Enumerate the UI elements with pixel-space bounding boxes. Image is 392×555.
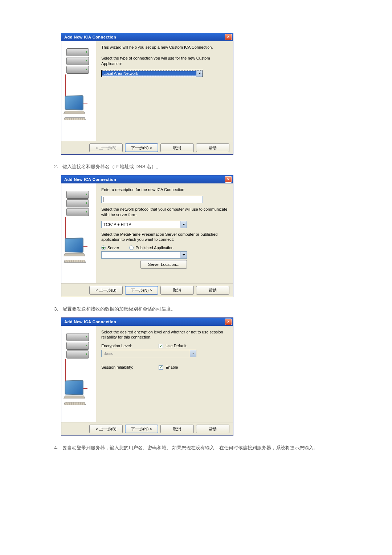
radio-server[interactable]: Server	[101, 246, 119, 250]
next-button[interactable]: 下一步(N) >	[125, 425, 158, 433]
encryption-level-select: Basic	[101, 350, 196, 357]
dialog-footer: < 上一步(B) 下一步(N) > 取消 帮助	[61, 141, 233, 154]
window-title: Add New ICA Connection	[64, 177, 116, 182]
description-input[interactable]	[101, 196, 203, 203]
back-button[interactable]: < 上一步(B)	[89, 425, 123, 433]
next-button[interactable]: 下一步(N) >	[125, 286, 158, 295]
cancel-button[interactable]: 取消	[160, 143, 194, 152]
server-location-button[interactable]: Server Location...	[140, 260, 187, 269]
close-icon[interactable]: ×	[225, 176, 232, 183]
select-value: TCP/IP + HTTP	[102, 222, 180, 227]
chevron-down-icon	[190, 350, 196, 357]
radio-icon	[129, 246, 134, 250]
instruction-text: Select the type of connection you will u…	[101, 56, 228, 66]
instruction-text: Select the desired encryption level and …	[101, 329, 228, 340]
enable-checkbox[interactable]: Enable	[159, 365, 178, 370]
radio-label: Server	[107, 246, 119, 250]
step-3-caption: 3. 配置要发送和接收的数据的加密级别和会话的可靠度。	[51, 306, 341, 312]
wizard-graphic	[61, 41, 96, 141]
chevron-down-icon	[180, 221, 187, 228]
cancel-button[interactable]: 取消	[160, 425, 194, 433]
server-select[interactable]	[101, 251, 187, 259]
encryption-level-label: Encryption Level:	[101, 344, 141, 348]
select-value: Basic	[102, 351, 190, 356]
checkbox-label: Use Default	[166, 344, 186, 348]
wizard-dialog-2: Add New ICA Connection × Enter a descrip…	[61, 175, 233, 297]
back-button[interactable]: < 上一步(B)	[89, 286, 123, 295]
step-2-caption: 2. 键入连接名和服务器名（IP 地址或 DNS 名）。	[51, 163, 341, 170]
radio-label: Published Application	[135, 246, 173, 250]
session-reliability-label: Session reliability:	[101, 365, 141, 369]
window-title: Add New ICA Connection	[64, 320, 116, 324]
help-button[interactable]: 帮助	[196, 143, 229, 152]
titlebar[interactable]: Add New ICA Connection ×	[61, 175, 233, 183]
description-label: Enter a description for the new ICA Conn…	[101, 187, 228, 192]
step-text: 要自动登录到服务器，输入您的用户名、密码和域。 如果您现在没有输入，在任何时候连…	[62, 445, 319, 450]
step-text: 键入连接名和服务器名（IP 地址或 DNS 名）。	[62, 164, 161, 169]
close-icon[interactable]: ×	[225, 319, 232, 325]
window-title: Add New ICA Connection	[64, 35, 116, 39]
chevron-down-icon	[196, 70, 203, 77]
wizard-dialog-1: Add New ICA Connection × This wizard wil…	[61, 33, 233, 155]
close-icon[interactable]: ×	[225, 34, 232, 40]
help-button[interactable]: 帮助	[196, 425, 229, 433]
document-page: Add New ICA Connection × This wizard wil…	[0, 0, 392, 555]
titlebar[interactable]: Add New ICA Connection ×	[61, 318, 233, 326]
checkbox-label: Enable	[166, 365, 178, 369]
step-number: 2.	[51, 164, 58, 169]
titlebar[interactable]: Add New ICA Connection ×	[61, 33, 233, 41]
dialog-footer: < 上一步(B) 下一步(N) > 取消 帮助	[61, 283, 233, 297]
intro-text: This wizard will help you set up a new C…	[101, 45, 228, 50]
connection-target-radio-group: Server Published Application	[101, 246, 228, 250]
step-number: 3.	[51, 306, 58, 312]
next-button[interactable]: 下一步(N) >	[125, 143, 158, 152]
back-button: < 上一步(B)	[89, 143, 123, 152]
use-default-checkbox[interactable]: Use Default	[159, 344, 187, 348]
connection-type-select[interactable]: Local Area Network	[101, 70, 203, 77]
step-text: 配置要发送和接收的数据的加密级别和会话的可靠度。	[62, 306, 176, 312]
select-value: Local Area Network	[102, 71, 196, 76]
checkbox-icon	[159, 344, 163, 348]
radio-published-app[interactable]: Published Application	[129, 246, 173, 250]
checkbox-icon	[159, 365, 163, 370]
help-button[interactable]: 帮助	[196, 286, 229, 295]
wizard-dialog-3: Add New ICA Connection × Select the desi…	[61, 317, 233, 436]
server-select-label: Select the MetaFrame Presentation Server…	[101, 232, 228, 242]
step-4-caption: 4. 要自动登录到服务器，输入您的用户名、密码和域。 如果您现在没有输入，在任何…	[51, 445, 341, 451]
radio-icon	[101, 246, 106, 250]
wizard-graphic	[61, 326, 96, 422]
chevron-down-icon	[180, 252, 187, 258]
wizard-graphic	[61, 183, 96, 283]
dialog-footer: < 上一步(B) 下一步(N) > 取消 帮助	[61, 422, 233, 436]
protocol-select[interactable]: TCP/IP + HTTP	[101, 221, 187, 228]
step-number: 4.	[51, 445, 58, 450]
protocol-label: Select the network protocol that your co…	[101, 207, 228, 217]
cancel-button[interactable]: 取消	[160, 286, 194, 295]
